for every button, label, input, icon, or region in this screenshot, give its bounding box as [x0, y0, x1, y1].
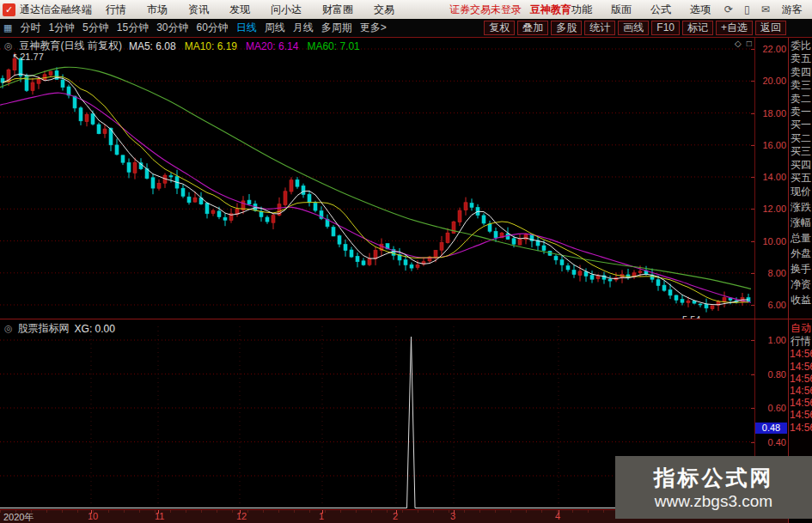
sidebar-row: 买三 [789, 145, 812, 158]
main-candlestick-chart[interactable]: ↖21.775.54 → [0, 38, 754, 319]
toolbar-button[interactable]: 复权 [484, 21, 515, 35]
app-title: 通达信金融终端 [20, 3, 92, 17]
timeframe-tab[interactable]: 5分钟 [82, 21, 109, 35]
refresh-icon[interactable]: ⟳ [724, 3, 733, 15]
menu-item[interactable]: 交易 [374, 3, 394, 17]
menu-item[interactable]: 公式 [650, 3, 671, 17]
ma-label: MA10: 6.19 [185, 40, 237, 52]
sidebar-row: 卖二 [789, 93, 812, 106]
timeframe-tab[interactable]: 60分钟 [197, 21, 229, 35]
panel-divider[interactable] [0, 319, 812, 319]
menu-item[interactable]: 财富圈 [322, 3, 353, 17]
panel-layout-icon[interactable]: ▦ [3, 22, 12, 33]
month-tick [158, 510, 159, 514]
timeframe-tab[interactable]: 更多> [360, 21, 387, 35]
toolbar-button[interactable]: 画线 [618, 21, 649, 35]
sidebar-row: 买一 [789, 119, 812, 131]
watermark: 指标公式网 www.zbgs3.com [615, 456, 812, 519]
user-label[interactable]: 游客 [782, 3, 803, 17]
timeframe-tab[interactable]: 月线 [293, 21, 314, 35]
quote-sidebar: 委比卖五卖四卖三卖二卖一买一买二买三买四买五现价涨跌涨幅总量外盘换手净资收益自动… [788, 38, 812, 523]
timeframe-tab[interactable]: 15分钟 [117, 21, 149, 35]
sidebar-row: 涨幅 [789, 216, 812, 231]
price-gridlines [0, 49, 754, 305]
toolbar-button[interactable]: 标记 [682, 21, 713, 35]
ma-label: MA5: 6.08 [129, 40, 176, 52]
price-tick-label: 22.00 [762, 44, 786, 54]
month-tick [322, 510, 323, 514]
month-label: 10 [88, 511, 98, 521]
month-tick [91, 510, 92, 514]
stock-shortcut[interactable]: 豆神教育 [530, 3, 571, 17]
collapse-icon[interactable]: ◎ [4, 40, 13, 52]
indicator-tick-label: 0.60 [768, 403, 786, 413]
ma10-line [3, 76, 748, 302]
indicator-tick-label: 1.00 [768, 335, 786, 345]
toolbar-button[interactable]: 返回 [755, 21, 786, 35]
price-axis: 22.0020.0018.0016.0014.0012.0010.008.006… [755, 38, 788, 319]
window-icon[interactable]: □ [747, 39, 752, 48]
timeframe-tab[interactable]: 分时 [20, 21, 40, 35]
tick-time-row: 14:56 [789, 385, 812, 397]
quote-toggle[interactable]: 行情 [789, 335, 812, 348]
sidebar-row: 总量 [789, 231, 812, 246]
month-label: 11 [155, 511, 164, 521]
timeframe-tab[interactable]: 30分钟 [156, 21, 188, 35]
main-menu: 行情市场资讯发现问小达财富圈交易 [106, 3, 394, 17]
toolbar-buttons: 复权叠加多股统计画线F10标记+自选返回 [484, 21, 786, 35]
chart-title: 豆神教育(日线 前复权) [20, 39, 122, 53]
tdx-terminal-window: ✓ 通达信金融终端 行情市场资讯发现问小达财富圈交易 证券交易未登录 豆神教育 … [0, 0, 812, 523]
timeframe-tab[interactable]: 日线 [236, 21, 257, 35]
timeframe-tab[interactable]: 周线 [265, 21, 285, 35]
menu-item[interactable]: 行情 [106, 3, 126, 17]
timeframe-toolbar: ▦ 分时1分钟5分钟15分钟30分钟60分钟日线周线月线多周期更多> 复权叠加多… [0, 19, 812, 38]
price-tick-label: 18.00 [762, 108, 786, 119]
tick-time-row: 14:56 [789, 373, 812, 385]
tick-time-row: 14:56 [789, 348, 812, 360]
ma-label: MA60: 7.01 [307, 40, 359, 52]
chart-corner-icons: ◇□ [735, 39, 752, 48]
price-tick-label: 16.00 [762, 140, 786, 150]
toolbar-button[interactable]: 叠加 [517, 21, 548, 35]
month-label: 12 [236, 511, 247, 521]
menu-item[interactable]: 版面 [611, 3, 632, 17]
chart-title-row: ◎ 豆神教育(日线 前复权) MA5: 6.08MA10: 6.19MA20: … [4, 39, 360, 53]
login-warning[interactable]: 证券交易未登录 [449, 3, 522, 17]
price-tick-label: 14.00 [762, 172, 786, 182]
ma-labels: MA5: 6.08MA10: 6.19MA20: 6.14MA60: 7.01 [129, 40, 360, 52]
indicator-collapse-icon[interactable]: ◎ [4, 323, 13, 334]
menu-item[interactable]: 功能 [571, 3, 592, 17]
tick-time-row: 14:56 [789, 361, 812, 373]
year-label: 2020年 [3, 511, 34, 523]
sidebar-row: 委比 [789, 40, 812, 52]
price-tick-label: 8.00 [768, 268, 786, 278]
auto-toggle[interactable]: 自动 [789, 322, 812, 335]
toolbar-button[interactable]: 统计 [584, 21, 615, 35]
menu-item[interactable]: 资讯 [188, 3, 209, 17]
ma5-line [3, 74, 748, 305]
timeframe-tab[interactable]: 多周期 [321, 21, 352, 35]
tick-time-row: 14:56 [789, 409, 812, 421]
diamond-icon[interactable]: ◇ [735, 39, 742, 48]
menu-item[interactable]: 选项 [690, 3, 711, 17]
right-menu: 功能版面公式选项 [571, 3, 711, 17]
mail-icon[interactable]: ✉ [761, 3, 770, 15]
menu-item[interactable]: 问小达 [271, 3, 302, 17]
tick-time-row: 14:56 [789, 422, 812, 434]
toolbar-button[interactable]: +自选 [716, 21, 753, 35]
indicator-value-badge: 0.48 [755, 423, 787, 434]
app-logo-icon[interactable]: ✓ [3, 3, 15, 16]
gutter-divider [754, 38, 755, 509]
ma-label: MA20: 6.14 [246, 40, 298, 52]
menu-item[interactable]: 市场 [147, 3, 168, 17]
timeframe-tab[interactable]: 1分钟 [48, 21, 75, 35]
toolbar-button[interactable]: 多股 [551, 21, 582, 35]
toolbar-button[interactable]: F10 [651, 21, 680, 35]
ma20-line [0, 93, 751, 302]
mobile-icon[interactable]: ▯ [744, 3, 750, 15]
menu-item[interactable]: 发现 [229, 3, 250, 17]
month-tick [559, 510, 559, 514]
sidebar-row: 卖四 [789, 66, 812, 79]
indicator-title-row: ◎ 股票指标网 XG: 0.00 [4, 321, 115, 336]
watermark-url: www.zbgs3.com [655, 492, 772, 511]
